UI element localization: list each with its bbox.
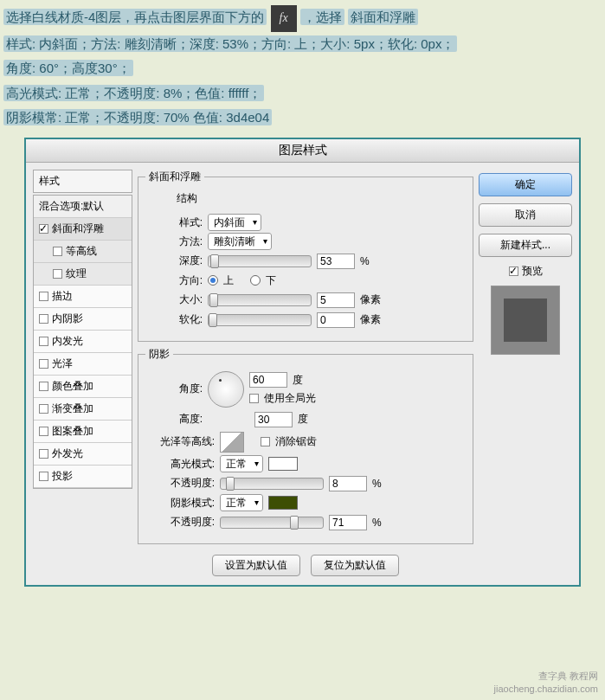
style-item-stroke[interactable]: 描边 [34, 286, 132, 308]
styles-header[interactable]: 样式 [33, 170, 132, 193]
blend-options-item[interactable]: 混合选项:默认 [34, 196, 132, 218]
checkbox-icon[interactable] [39, 359, 48, 369]
layer-style-dialog: 图层样式 样式 混合选项:默认 斜面和浮雕 等高线 纹理 描边 内 [24, 138, 581, 587]
gloss-contour-label: 光泽等高线: [145, 434, 215, 449]
checkbox-icon[interactable] [39, 449, 48, 459]
fx-icon: fx [271, 5, 297, 32]
new-style-button[interactable]: 新建样式... [479, 234, 572, 257]
size-label: 大小: [145, 292, 203, 307]
shadow-mode-select[interactable]: 正常 [220, 494, 263, 511]
highlight-mode-label: 高光模式: [145, 457, 215, 472]
shadow-mode-label: 阴影模式: [145, 496, 215, 511]
highlight-mode-select[interactable]: 正常 [220, 455, 263, 472]
style-item-bevel[interactable]: 斜面和浮雕 [34, 218, 132, 241]
depth-input[interactable] [317, 254, 355, 269]
soften-slider[interactable] [208, 314, 312, 326]
soften-input[interactable] [317, 312, 355, 328]
checkbox-icon[interactable] [39, 472, 48, 481]
shading-legend: 阴影 [145, 347, 173, 362]
style-item-gradient-overlay[interactable]: 渐变叠加 [34, 398, 132, 421]
style-item-pattern-overlay[interactable]: 图案叠加 [34, 421, 132, 443]
settings-panel: 斜面和浮雕 结构 样式: 内斜面 方法: 雕刻清晰 深度: % 方向: [138, 170, 473, 578]
checkbox-icon[interactable] [39, 382, 48, 391]
preview-label: 预览 [522, 264, 543, 279]
checkbox-icon[interactable] [53, 247, 62, 256]
watermark: 查字典 教程网 jiaocheng.chazidian.com [494, 670, 598, 695]
ok-button[interactable]: 确定 [479, 173, 572, 196]
styles-sidebar: 样式 混合选项:默认 斜面和浮雕 等高线 纹理 描边 内阴影 内发光 光 [33, 170, 132, 578]
altitude-label: 高度: [145, 412, 203, 427]
checkbox-icon[interactable] [53, 269, 62, 279]
checkbox-icon[interactable] [39, 314, 48, 324]
angle-label: 角度: [145, 382, 203, 396]
shadow-opacity-input[interactable] [329, 515, 367, 530]
structure-label: 结构 [145, 189, 466, 211]
checkbox-icon[interactable] [39, 404, 48, 414]
altitude-input[interactable] [254, 412, 293, 427]
method-select[interactable]: 雕刻清晰 [208, 233, 272, 250]
checkbox-icon[interactable] [39, 224, 48, 234]
direction-label: 方向: [145, 273, 203, 288]
highlight-color-swatch[interactable] [268, 457, 298, 471]
angle-dial[interactable] [208, 371, 244, 408]
style-item-drop-shadow[interactable]: 投影 [34, 466, 132, 488]
bevel-legend: 斜面和浮雕 [145, 170, 204, 184]
highlight-opacity-input[interactable] [329, 476, 367, 491]
global-light-checkbox[interactable] [249, 394, 259, 403]
style-item-contour[interactable]: 等高线 [34, 241, 132, 263]
action-panel: 确定 取消 新建样式... 预览 [479, 170, 572, 578]
instruction-text: 选择白线材质-4图层，再点击图层界面下方的 fx ，选择 斜面和浮雕 样式: 内… [0, 0, 605, 136]
style-item-satin[interactable]: 光泽 [34, 353, 132, 376]
depth-slider[interactable] [208, 255, 312, 267]
style-item-inner-shadow[interactable]: 内阴影 [34, 308, 132, 331]
preview-thumbnail [491, 286, 560, 355]
angle-input[interactable] [249, 372, 287, 388]
style-label: 样式: [145, 215, 203, 230]
bevel-fieldset: 斜面和浮雕 结构 样式: 内斜面 方法: 雕刻清晰 深度: % 方向: [138, 170, 473, 342]
method-label: 方法: [145, 234, 203, 249]
style-item-inner-glow[interactable]: 内发光 [34, 331, 132, 353]
reset-default-button[interactable]: 复位为默认值 [311, 555, 399, 576]
direction-up-radio[interactable] [208, 275, 218, 286]
shadow-opacity-slider[interactable] [220, 517, 324, 529]
preview-checkbox[interactable] [509, 267, 518, 276]
highlight-opacity-label: 不透明度: [145, 476, 215, 491]
style-item-color-overlay[interactable]: 颜色叠加 [34, 376, 132, 398]
shadow-opacity-label: 不透明度: [145, 515, 215, 530]
style-item-texture[interactable]: 纹理 [34, 263, 132, 286]
dialog-title: 图层样式 [26, 139, 579, 163]
shadow-color-swatch[interactable] [268, 496, 298, 510]
highlight-opacity-slider[interactable] [220, 478, 324, 490]
style-select[interactable]: 内斜面 [208, 214, 261, 231]
antialias-checkbox[interactable] [261, 437, 270, 446]
style-item-outer-glow[interactable]: 外发光 [34, 443, 132, 466]
contour-swatch[interactable] [220, 432, 244, 453]
depth-label: 深度: [145, 254, 203, 268]
cancel-button[interactable]: 取消 [479, 203, 572, 227]
shading-fieldset: 阴影 角度: 度 使用全局光 [138, 347, 473, 544]
checkbox-icon[interactable] [39, 337, 48, 346]
set-default-button[interactable]: 设置为默认值 [212, 555, 300, 576]
checkbox-icon[interactable] [39, 292, 48, 301]
size-input[interactable] [317, 292, 355, 308]
size-slider[interactable] [208, 294, 312, 306]
checkbox-icon[interactable] [39, 427, 48, 436]
direction-down-radio[interactable] [250, 275, 261, 286]
soften-label: 软化: [145, 312, 203, 327]
